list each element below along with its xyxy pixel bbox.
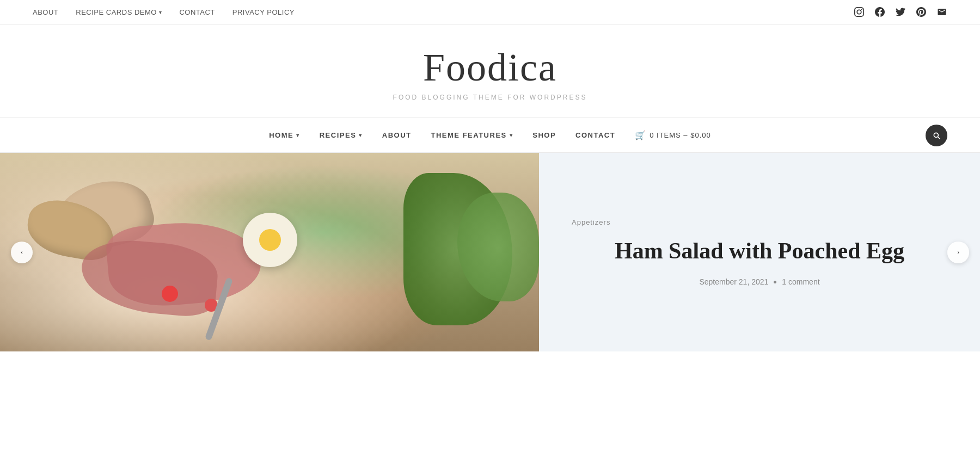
instagram-icon[interactable] xyxy=(854,7,865,17)
mainnav-recipes[interactable]: RECIPES ▾ xyxy=(310,119,372,151)
pinterest-icon[interactable] xyxy=(916,7,927,17)
mainnav-theme-features[interactable]: THEME FEATURES ▾ xyxy=(421,119,523,151)
hero-image xyxy=(0,153,539,351)
cart-icon: 🛒 xyxy=(635,130,646,140)
slider-next-button[interactable]: › xyxy=(947,242,969,263)
chevron-down-icon: ▾ xyxy=(159,9,162,15)
hero-title[interactable]: Ham Salad with Poached Egg xyxy=(615,237,904,264)
hero-comments[interactable]: 1 comment xyxy=(782,277,819,286)
topnav-contact[interactable]: CONTACT xyxy=(179,8,215,16)
mainnav-contact[interactable]: CONTACT xyxy=(566,119,625,151)
cart-button[interactable]: 🛒 0 ITEMS – $0.00 xyxy=(625,118,721,152)
site-header: Foodica FOOD BLOGGING THEME FOR WORDPRES… xyxy=(0,24,980,118)
hero-slider: ‹ Appetizers Ham Salad with Poached Egg … xyxy=(0,153,980,351)
mainnav-home[interactable]: HOME ▾ xyxy=(259,119,310,151)
meta-separator xyxy=(774,281,776,283)
hero-date: September 21, 2021 xyxy=(699,277,768,286)
home-chevron-icon: ▾ xyxy=(296,132,300,138)
hero-category[interactable]: Appetizers xyxy=(572,218,610,226)
recipes-chevron-icon: ▾ xyxy=(359,132,363,138)
topnav-privacy-policy[interactable]: PRIVACY POLICY xyxy=(232,8,295,16)
topnav-about[interactable]: ABOUT xyxy=(33,8,58,16)
social-icons-group xyxy=(854,7,947,17)
twitter-icon[interactable] xyxy=(895,7,906,17)
email-icon[interactable] xyxy=(936,7,947,17)
mainnav-about[interactable]: ABOUT xyxy=(372,119,421,151)
hero-info-panel: Appetizers Ham Salad with Poached Egg Se… xyxy=(539,153,980,351)
search-button[interactable] xyxy=(926,125,947,146)
egg-yolk-shape xyxy=(259,229,281,251)
facebook-icon[interactable] xyxy=(874,7,885,17)
theme-features-chevron-icon: ▾ xyxy=(510,132,513,138)
slider-prev-button[interactable]: ‹ xyxy=(11,242,33,263)
cart-label: 0 ITEMS – $0.00 xyxy=(650,131,711,139)
mainnav-shop[interactable]: SHOP xyxy=(523,119,566,151)
site-tagline: FOOD BLOGGING THEME FOR WORDPRESS xyxy=(393,94,587,101)
top-navigation: ABOUT RECIPE CARDS DEMO ▾ CONTACT PRIVAC… xyxy=(33,8,295,16)
site-title[interactable]: Foodica xyxy=(423,46,557,89)
top-bar: ABOUT RECIPE CARDS DEMO ▾ CONTACT PRIVAC… xyxy=(0,0,980,24)
topnav-recipe-cards-demo[interactable]: RECIPE CARDS DEMO ▾ xyxy=(76,8,162,16)
main-navigation: HOME ▾ RECIPES ▾ ABOUT THEME FEATURES ▾ … xyxy=(33,118,947,152)
egg-shape xyxy=(243,213,297,267)
hero-meta: September 21, 2021 1 comment xyxy=(699,277,819,286)
main-nav-wrapper: HOME ▾ RECIPES ▾ ABOUT THEME FEATURES ▾ … xyxy=(0,118,980,153)
tomato-shape-1 xyxy=(162,286,178,302)
